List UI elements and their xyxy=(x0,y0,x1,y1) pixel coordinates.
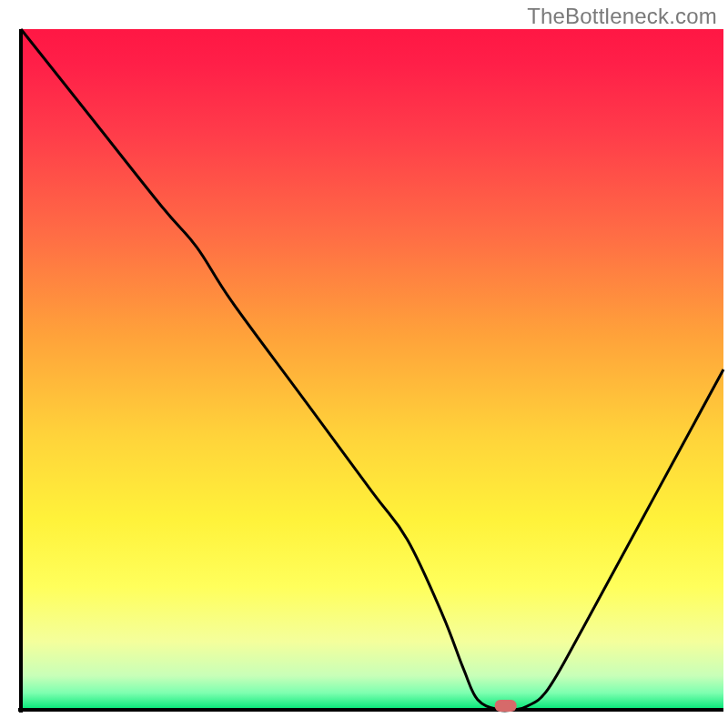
plot-background xyxy=(21,29,723,710)
chart-svg xyxy=(0,0,728,728)
watermark-label: TheBottleneck.com xyxy=(527,4,717,29)
bottleneck-chart: TheBottleneck.com xyxy=(0,0,728,728)
optimal-marker xyxy=(495,700,517,712)
